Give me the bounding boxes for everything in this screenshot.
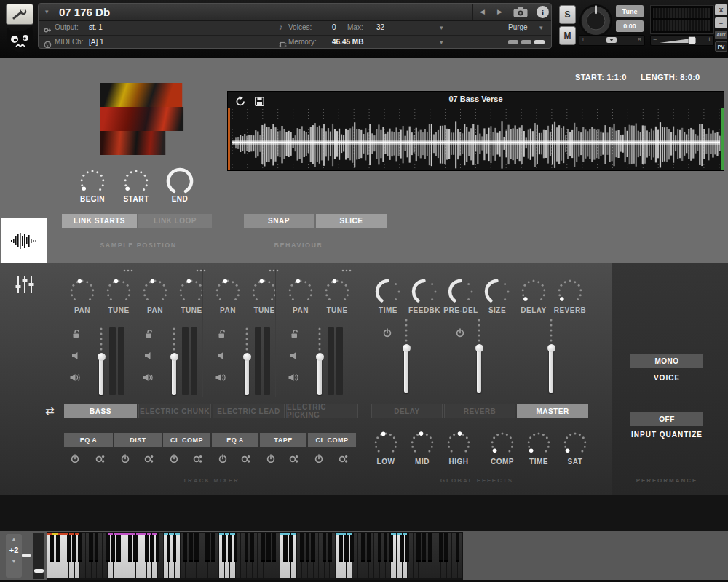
close-button[interactable]: X [715,4,727,15]
output-value[interactable]: st. 1 [89,23,103,31]
mute-button[interactable]: M [559,26,576,45]
unlock-icon[interactable] [217,329,227,339]
delay-return-fader-cap[interactable] [403,344,411,352]
track-volume-fader-cap[interactable] [170,353,178,361]
pan-knob[interactable] [140,276,170,307]
black-key[interactable] [245,533,248,562]
fx-power-button[interactable] [314,454,324,464]
high-knob[interactable] [444,429,473,458]
fx-power-button[interactable] [218,454,228,464]
fx-power-button[interactable] [266,454,276,464]
black-key[interactable] [72,533,76,562]
swap-tracks-icon[interactable]: ⇄ [45,404,55,418]
black-key[interactable] [300,533,304,562]
fx-slot-cl-comp-1[interactable]: CL COMP [163,433,210,447]
delay-send-knob[interactable] [518,276,549,307]
unlock-icon[interactable] [144,329,154,339]
black-key[interactable] [167,533,170,562]
black-key[interactable] [78,533,82,562]
track-volume-fader[interactable] [317,356,322,395]
black-key[interactable] [456,533,459,562]
sat-knob[interactable] [561,429,590,458]
purge-menu[interactable]: Purge [508,23,528,31]
track-button-electric-lead[interactable]: ELECTRIC LEAD [213,404,285,418]
black-key[interactable] [205,533,209,562]
black-key[interactable] [111,533,115,562]
pitch-wheel-handle[interactable] [22,554,31,557]
time-knob[interactable] [373,276,403,307]
begin-knob[interactable] [77,167,108,197]
unlock-icon[interactable] [71,329,82,339]
black-key[interactable] [261,533,265,562]
fx-power-button[interactable] [120,454,130,464]
black-key[interactable] [133,533,137,562]
octave-shift-control[interactable]: ▲ +2 ▼ [6,534,22,578]
black-key[interactable] [444,533,448,562]
fx-slot-eq-a-2[interactable]: EQ A [212,433,258,447]
black-key[interactable] [56,533,60,562]
tab-sample-view[interactable] [1,218,47,263]
track-volume-fader-cap[interactable] [316,353,324,361]
speaker-mute-icon[interactable] [290,351,299,360]
black-key[interactable] [228,533,232,562]
octave-up-icon[interactable]: ▲ [6,536,22,541]
strip-options-dots[interactable] [341,269,352,272]
black-key[interactable] [95,533,98,562]
black-key[interactable] [311,533,314,562]
reverb-power-button[interactable] [455,328,465,338]
black-key[interactable] [439,533,443,562]
black-key[interactable] [173,533,176,562]
pv-button[interactable]: PV [715,41,727,52]
comp-knob[interactable] [488,429,517,458]
black-key[interactable] [289,533,293,562]
fx-settings-gear-icon[interactable] [339,454,349,464]
tune-knob[interactable] [322,276,352,307]
black-key[interactable] [361,533,365,562]
pre-del-knob[interactable] [446,276,476,307]
black-key[interactable] [389,533,392,562]
track-volume-fader-cap[interactable] [98,353,106,361]
waveform-display[interactable]: 07 Bass Verse [227,91,724,171]
fx-slot-dist[interactable]: DIST [114,433,162,447]
black-key[interactable] [67,533,71,562]
speaker-mute-icon[interactable] [71,351,81,360]
black-key[interactable] [145,533,149,562]
slice-button[interactable]: SLICE [316,214,387,228]
black-key[interactable] [283,533,287,562]
black-key[interactable] [222,533,226,562]
black-key[interactable] [250,533,253,562]
aux-button[interactable]: AUX [715,31,727,39]
link-starts-button[interactable]: LINK STARTS [62,214,137,228]
black-key[interactable] [150,533,154,562]
delay-power-button[interactable] [382,328,392,338]
bus-button-delay[interactable]: DELAY [371,404,443,418]
black-key[interactable] [89,533,92,562]
edit-wrench-button[interactable] [6,4,33,25]
black-key[interactable] [422,533,426,562]
pan-slider[interactable]: L R [579,35,645,46]
black-key[interactable] [116,533,120,562]
fx-settings-gear-icon[interactable] [193,454,203,464]
track-volume-fader[interactable] [245,356,249,395]
purge-caret[interactable]: ▾ [539,24,543,31]
feedbk-knob[interactable] [409,276,440,307]
octave-down-icon[interactable]: ▼ [6,559,22,564]
bus-button-reverb[interactable]: REVERB [444,404,515,418]
pan-knob[interactable] [67,276,98,307]
black-key[interactable] [400,533,403,562]
speaker-loud-icon[interactable] [288,373,299,382]
black-key[interactable] [189,533,193,562]
master-tune-knob[interactable] [579,4,613,38]
volume-minus[interactable]: − [653,36,657,43]
speaker-loud-icon[interactable] [143,373,154,382]
strip-options-dots[interactable] [122,269,134,272]
fx-settings-gear-icon[interactable] [289,454,299,464]
reverb-send-knob[interactable] [555,276,585,307]
black-key[interactable] [378,533,381,562]
track-volume-fader[interactable] [99,356,103,395]
collapse-caret-icon[interactable]: ▾ [45,8,49,15]
black-key[interactable] [428,533,432,562]
black-key[interactable] [416,533,420,562]
minimize-button[interactable]: − [715,17,727,28]
fx-settings-gear-icon[interactable] [95,454,106,464]
